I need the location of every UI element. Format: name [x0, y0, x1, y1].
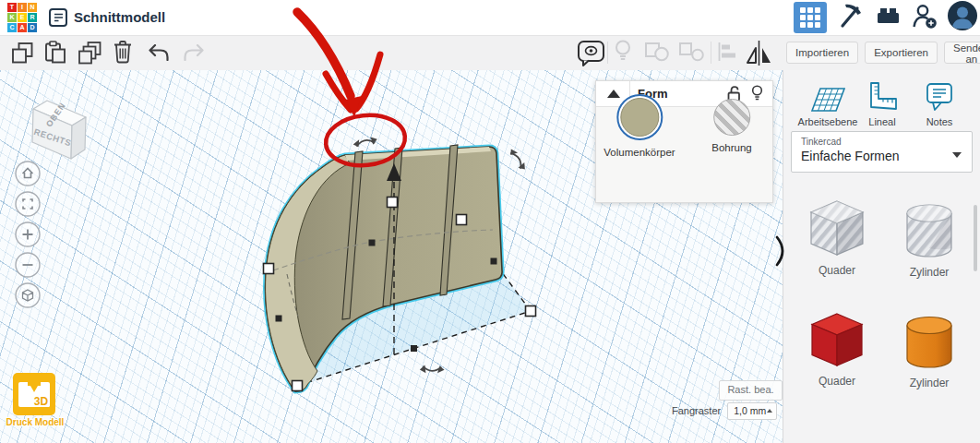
tinkercad-app: OBEN RECHTS: [0, 0, 980, 443]
rotate-handle-right[interactable]: [508, 147, 528, 173]
solid-color-swatch: [620, 98, 659, 137]
brick-icon: [873, 1, 902, 30]
align-icon: [718, 42, 738, 61]
red-cube-icon: [795, 308, 879, 367]
avatar[interactable]: [947, 0, 978, 35]
design-title: Schnittmodell: [74, 9, 165, 25]
shape-tile-striped-quader[interactable]: Quader: [795, 198, 879, 277]
send-to-button[interactable]: Senden an: [944, 42, 980, 64]
solid-option-label: Volumenkörper: [604, 147, 675, 158]
caret-up-icon: [767, 409, 772, 413]
shape-inspector-panel: Form Volumenkörper Bohrung: [595, 80, 773, 203]
shape-label: Quader: [795, 264, 879, 277]
scrollbar-thumb[interactable]: [974, 205, 977, 271]
pickaxe-icon: [835, 1, 865, 30]
align-button[interactable]: [718, 42, 738, 65]
shape-tile-striped-zylinder[interactable]: Zylinder: [887, 199, 972, 279]
redo-icon: [184, 44, 204, 61]
ruler-tool[interactable]: Lineal: [850, 79, 914, 127]
hole-option-label: Bohrung: [711, 142, 751, 153]
eye-bubble-icon: [578, 41, 605, 67]
shape-label: Quader: [795, 375, 879, 388]
bulb-icon[interactable]: [751, 85, 763, 105]
duplicate-icon: [78, 42, 102, 65]
ruler-label: Lineal: [850, 116, 914, 127]
material-hole-option[interactable]: Bohrung: [711, 99, 751, 153]
dashboard-grid-button[interactable]: [794, 2, 827, 33]
library-group-label: Tinkercad: [801, 137, 962, 147]
mirror-icon: [747, 41, 772, 66]
ungroup-icon: [679, 42, 704, 62]
hole-swatch: [713, 99, 750, 136]
shape-library-select[interactable]: Tinkercad Einfache Formen: [791, 131, 973, 173]
shape-library-panel: Arbeitsebene Lineal Notes Tinker: [783, 70, 980, 443]
trash-icon: [114, 41, 132, 64]
tinkercad-logo[interactable]: TIN KER CAD: [7, 3, 37, 32]
badge-label: Druck Modell: [6, 417, 65, 427]
snap-grid-value: 1,0 mm: [734, 405, 766, 416]
rotate-handle-bottom[interactable]: [419, 364, 444, 376]
viewport-nav[interactable]: [16, 162, 40, 307]
chevron-down-icon: [952, 152, 962, 158]
mirror-button[interactable]: [747, 41, 772, 69]
delete-button[interactable]: [114, 41, 132, 67]
import-button[interactable]: Importieren: [786, 42, 858, 64]
notes-tool[interactable]: Notes: [907, 79, 972, 127]
panel-collapse-chevron[interactable]: [773, 234, 790, 268]
edit-toolbar: Importieren Exportieren Senden an: [0, 35, 980, 70]
minecraft-pickaxe-button[interactable]: [835, 1, 865, 34]
invite-person-button[interactable]: [911, 2, 938, 33]
redo-button[interactable]: [184, 44, 204, 65]
brick-export-button[interactable]: [873, 1, 902, 34]
ruler-icon: [850, 79, 914, 113]
ortho-view-button: [16, 283, 40, 307]
paste-icon: [45, 41, 67, 65]
striped-cylinder-icon: [887, 199, 972, 258]
orange-cylinder-icon: [887, 310, 972, 369]
fit-view-button: [16, 192, 40, 216]
shape-label: Zylinder: [887, 266, 972, 279]
ungroup-button[interactable]: [679, 42, 704, 66]
copy-icon: [12, 42, 33, 64]
group-button[interactable]: [645, 42, 669, 66]
home-view-button: [16, 162, 40, 186]
group-icon: [645, 42, 669, 62]
print-3d-badge[interactable]: 3D Druck Modell: [6, 373, 65, 427]
bulb-icon: [615, 40, 631, 62]
shape-tile-red-quader[interactable]: Quader: [795, 308, 879, 388]
app-header: TIN KER CAD Schnittmodell: [0, 0, 980, 36]
notes-icon: [907, 79, 972, 113]
show-all-button[interactable]: [578, 41, 605, 71]
view-cube[interactable]: OBEN RECHTS: [32, 101, 86, 159]
striped-cube-icon: [795, 198, 879, 257]
undo-icon: [149, 44, 169, 61]
paste-button[interactable]: [45, 41, 67, 68]
snap-grid-label: Fangraster: [672, 405, 721, 416]
rotate-handle-top[interactable]: [353, 137, 377, 148]
badge-3d-text: 3D: [34, 395, 49, 408]
shape-tile-orange-zylinder[interactable]: Zylinder: [887, 310, 972, 389]
undo-button[interactable]: [149, 44, 169, 65]
apps-grid-icon: [800, 7, 820, 28]
copy-button[interactable]: [12, 42, 33, 67]
snap-grid-select[interactable]: 1,0 mm: [727, 402, 777, 420]
hidden-bulb-button[interactable]: [615, 40, 631, 66]
zoom-out-button: [16, 253, 40, 277]
properties-list-icon[interactable]: [48, 7, 68, 31]
zoom-in-button: [16, 222, 40, 246]
material-solid-option[interactable]: Volumenkörper: [604, 94, 675, 158]
export-button[interactable]: Exportieren: [865, 42, 938, 64]
duplicate-button[interactable]: [78, 42, 102, 68]
invite-person-icon: [911, 2, 938, 30]
shape-label: Zylinder: [887, 377, 972, 389]
notes-label: Notes: [907, 116, 972, 127]
library-selected-value: Einfache Formen: [801, 149, 962, 163]
edit-grid-button[interactable]: Rast. bea.: [719, 380, 783, 401]
